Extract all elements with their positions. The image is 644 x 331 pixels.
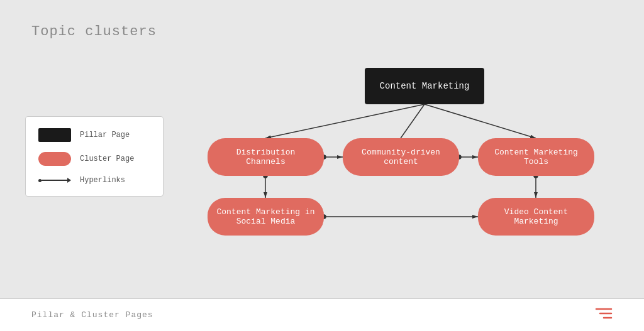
- diagram: Content Marketing Distribution Channels …: [208, 57, 631, 287]
- pillar-node[interactable]: Content Marketing: [365, 68, 484, 104]
- cluster-node-tools[interactable]: Content Marketing Tools: [478, 138, 594, 176]
- legend: Pillar Page Cluster Page Hyperlinks: [25, 116, 164, 197]
- legend-cluster-label: Cluster Page: [80, 155, 134, 163]
- legend-pillar-label: Pillar Page: [80, 131, 130, 139]
- legend-cluster-item: Cluster Page: [38, 152, 150, 166]
- svg-line-4: [401, 104, 425, 138]
- legend-hyperlinks-label: Hyperlinks: [80, 176, 125, 185]
- legend-pillar-icon: [38, 128, 71, 142]
- legend-hyperlink-arrow: [67, 178, 71, 183]
- legend-hyperlink-icon: [38, 178, 71, 183]
- page-title: Topic clusters: [31, 24, 157, 40]
- cluster-node-community[interactable]: Community-driven content: [343, 138, 459, 176]
- legend-pillar-item: Pillar Page: [38, 128, 150, 142]
- cluster-node-distribution[interactable]: Distribution Channels: [208, 138, 324, 176]
- page: Topic clusters Pillar Page Cluster Page …: [0, 0, 644, 331]
- legend-hyperlinks-item: Hyperlinks: [38, 176, 150, 185]
- footer-label: Pillar & Cluster Pages: [31, 310, 153, 320]
- footer-icon: [595, 307, 613, 324]
- cluster-node-video[interactable]: Video Content Marketing: [478, 198, 594, 236]
- legend-hyperlink-line: [42, 180, 67, 181]
- svg-line-3: [265, 104, 425, 138]
- footer: Pillar & Cluster Pages: [0, 298, 644, 331]
- svg-line-5: [425, 104, 536, 138]
- cluster-node-social[interactable]: Content Marketing in Social Media: [208, 198, 324, 236]
- legend-cluster-icon: [38, 152, 71, 166]
